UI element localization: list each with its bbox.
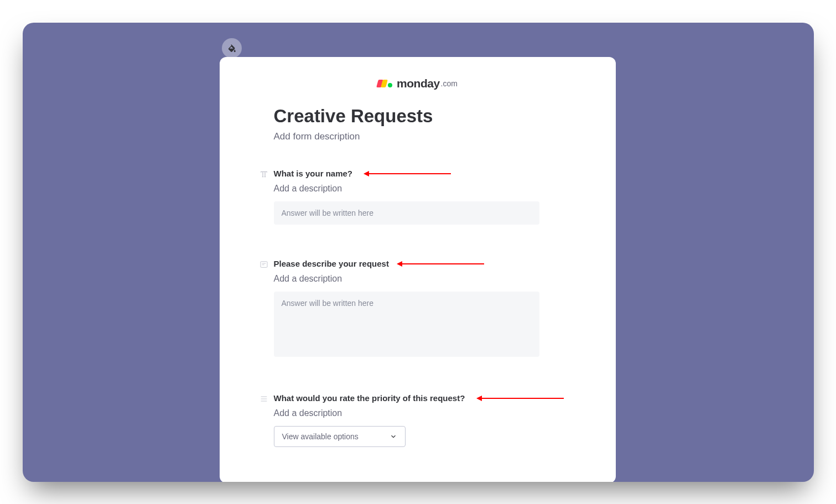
paint-bucket-icon	[227, 43, 237, 53]
app-frame: monday.com Creative Requests Add form de…	[23, 23, 814, 482]
question-description-request: Please describe your request Add a descr…	[274, 259, 562, 359]
question-description[interactable]: Add a description	[274, 408, 562, 418]
question-name: What is your name? Add a description	[274, 169, 562, 225]
question-label[interactable]: What would you rate the priority of this…	[274, 393, 465, 403]
annotation-arrow-icon	[368, 173, 451, 174]
brand-name: monday	[397, 77, 440, 90]
form-title[interactable]: Creative Requests	[274, 106, 562, 127]
form-description[interactable]: Add form description	[274, 131, 562, 142]
select-placeholder: View available options	[282, 432, 359, 441]
annotation-arrow-icon	[401, 263, 484, 264]
name-input[interactable]	[274, 201, 539, 225]
text-field-icon	[259, 170, 268, 179]
priority-select[interactable]: View available options	[274, 426, 406, 447]
logo-mark-icon	[377, 80, 392, 87]
question-priority: What would you rate the priority of this…	[274, 393, 562, 447]
question-description[interactable]: Add a description	[274, 274, 562, 284]
annotation-arrow-icon	[481, 398, 564, 399]
request-textarea[interactable]	[274, 292, 539, 357]
brand-suffix: .com	[441, 79, 458, 88]
status-field-icon	[259, 394, 268, 403]
svg-rect-0	[261, 261, 267, 267]
brand-logo: monday.com	[220, 77, 616, 90]
question-label[interactable]: Please describe your request	[274, 259, 389, 268]
chevron-down-icon	[390, 433, 397, 440]
question-label[interactable]: What is your name?	[274, 169, 353, 178]
theme-paint-button[interactable]	[222, 38, 242, 58]
long-text-icon	[259, 260, 268, 269]
question-description[interactable]: Add a description	[274, 184, 562, 194]
form-card: monday.com Creative Requests Add form de…	[220, 57, 616, 482]
